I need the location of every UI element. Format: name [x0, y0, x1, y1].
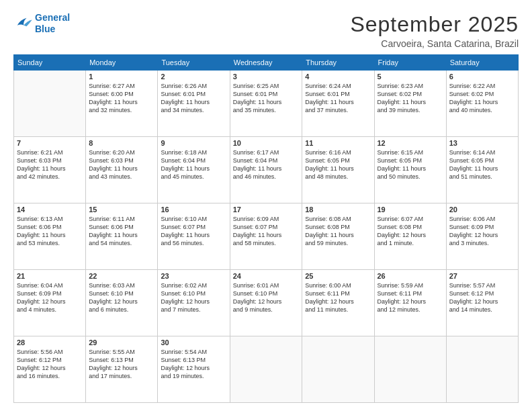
calendar-cell: 2Sunrise: 6:26 AM Sunset: 6:01 PM Daylig…	[158, 71, 230, 137]
calendar-cell: 24Sunrise: 6:01 AM Sunset: 6:10 PM Dayli…	[230, 270, 302, 336]
day-info: Sunrise: 6:14 AM Sunset: 6:05 PM Dayligh…	[449, 148, 515, 181]
calendar-cell: 21Sunrise: 6:04 AM Sunset: 6:09 PM Dayli…	[14, 270, 86, 336]
day-info: Sunrise: 5:57 AM Sunset: 6:12 PM Dayligh…	[449, 281, 515, 314]
calendar-cell: 13Sunrise: 6:14 AM Sunset: 6:05 PM Dayli…	[446, 137, 518, 203]
calendar-cell	[446, 336, 518, 403]
day-info: Sunrise: 5:59 AM Sunset: 6:11 PM Dayligh…	[378, 281, 443, 314]
calendar-cell: 6Sunrise: 6:22 AM Sunset: 6:02 PM Daylig…	[446, 71, 518, 137]
calendar-cell: 14Sunrise: 6:13 AM Sunset: 6:06 PM Dayli…	[14, 203, 86, 270]
calendar-cell: 17Sunrise: 6:09 AM Sunset: 6:07 PM Dayli…	[230, 203, 302, 270]
calendar-cell: 11Sunrise: 6:16 AM Sunset: 6:05 PM Dayli…	[302, 137, 374, 203]
calendar-cell	[374, 336, 446, 403]
day-info: Sunrise: 6:08 AM Sunset: 6:08 PM Dayligh…	[305, 215, 371, 248]
page: General Blue September 2025 Carvoeira, S…	[0, 0, 532, 411]
calendar-cell: 16Sunrise: 6:10 AM Sunset: 6:07 PM Dayli…	[158, 203, 230, 270]
day-info: Sunrise: 6:25 AM Sunset: 6:01 PM Dayligh…	[233, 82, 299, 115]
day-info: Sunrise: 6:13 AM Sunset: 6:06 PM Dayligh…	[17, 215, 83, 248]
day-info: Sunrise: 6:01 AM Sunset: 6:10 PM Dayligh…	[233, 281, 299, 314]
day-number: 11	[305, 139, 371, 147]
logo: General Blue	[13, 12, 70, 35]
calendar-cell: 27Sunrise: 5:57 AM Sunset: 6:12 PM Dayli…	[446, 270, 518, 336]
day-info: Sunrise: 6:21 AM Sunset: 6:03 PM Dayligh…	[17, 148, 83, 181]
calendar-header-row: Sunday Monday Tuesday Wednesday Thursday…	[14, 55, 519, 71]
day-number: 13	[449, 139, 515, 147]
day-number: 25	[305, 272, 371, 280]
day-number: 24	[233, 272, 299, 280]
day-number: 19	[378, 205, 443, 214]
calendar-cell: 26Sunrise: 5:59 AM Sunset: 6:11 PM Dayli…	[374, 270, 446, 336]
day-number: 10	[233, 139, 299, 147]
calendar-cell: 8Sunrise: 6:20 AM Sunset: 6:03 PM Daylig…	[86, 137, 158, 203]
calendar-week-row-2: 7Sunrise: 6:21 AM Sunset: 6:03 PM Daylig…	[14, 137, 519, 203]
calendar-cell: 7Sunrise: 6:21 AM Sunset: 6:03 PM Daylig…	[14, 137, 86, 203]
header-wednesday: Wednesday	[230, 55, 302, 71]
day-number: 23	[161, 272, 226, 280]
day-number: 7	[17, 139, 83, 147]
day-number: 27	[449, 272, 515, 280]
day-number: 5	[378, 73, 443, 81]
calendar-cell: 25Sunrise: 6:00 AM Sunset: 6:11 PM Dayli…	[302, 270, 374, 336]
header-tuesday: Tuesday	[158, 55, 230, 71]
calendar-cell: 30Sunrise: 5:54 AM Sunset: 6:13 PM Dayli…	[158, 336, 230, 403]
calendar-cell: 12Sunrise: 6:15 AM Sunset: 6:05 PM Dayli…	[374, 137, 446, 203]
day-info: Sunrise: 5:56 AM Sunset: 6:12 PM Dayligh…	[17, 348, 83, 381]
calendar-cell: 5Sunrise: 6:23 AM Sunset: 6:02 PM Daylig…	[374, 71, 446, 137]
day-info: Sunrise: 5:55 AM Sunset: 6:13 PM Dayligh…	[89, 348, 154, 381]
month-title: September 2025	[350, 12, 519, 37]
calendar-cell: 3Sunrise: 6:25 AM Sunset: 6:01 PM Daylig…	[230, 71, 302, 137]
day-number: 4	[305, 73, 371, 81]
day-info: Sunrise: 6:23 AM Sunset: 6:02 PM Dayligh…	[378, 82, 443, 115]
title-block: September 2025 Carvoeira, Santa Catarina…	[350, 12, 519, 49]
calendar-week-row-4: 21Sunrise: 6:04 AM Sunset: 6:09 PM Dayli…	[14, 270, 519, 336]
calendar-cell: 18Sunrise: 6:08 AM Sunset: 6:08 PM Dayli…	[302, 203, 374, 270]
day-info: Sunrise: 6:11 AM Sunset: 6:06 PM Dayligh…	[89, 215, 154, 248]
day-number: 12	[378, 139, 443, 147]
day-number: 15	[89, 205, 154, 214]
calendar-week-row-3: 14Sunrise: 6:13 AM Sunset: 6:06 PM Dayli…	[14, 203, 519, 270]
day-number: 26	[378, 272, 443, 280]
day-number: 20	[449, 205, 515, 214]
day-info: Sunrise: 6:06 AM Sunset: 6:09 PM Dayligh…	[449, 215, 515, 248]
calendar-cell: 29Sunrise: 5:55 AM Sunset: 6:13 PM Dayli…	[86, 336, 158, 403]
logo-text: General Blue	[35, 12, 70, 35]
day-info: Sunrise: 6:17 AM Sunset: 6:04 PM Dayligh…	[233, 148, 299, 181]
day-number: 17	[233, 205, 299, 214]
day-info: Sunrise: 6:07 AM Sunset: 6:08 PM Dayligh…	[378, 215, 443, 248]
calendar-cell: 9Sunrise: 6:18 AM Sunset: 6:04 PM Daylig…	[158, 137, 230, 203]
header-friday: Friday	[374, 55, 446, 71]
header-sunday: Sunday	[14, 55, 86, 71]
day-info: Sunrise: 6:16 AM Sunset: 6:05 PM Dayligh…	[305, 148, 371, 181]
day-number: 28	[17, 338, 83, 347]
location-subtitle: Carvoeira, Santa Catarina, Brazil	[350, 38, 519, 49]
day-info: Sunrise: 6:26 AM Sunset: 6:01 PM Dayligh…	[161, 82, 226, 115]
day-info: Sunrise: 6:02 AM Sunset: 6:10 PM Dayligh…	[161, 281, 226, 314]
day-info: Sunrise: 6:27 AM Sunset: 6:00 PM Dayligh…	[89, 82, 154, 115]
day-info: Sunrise: 6:04 AM Sunset: 6:09 PM Dayligh…	[17, 281, 83, 314]
day-info: Sunrise: 6:20 AM Sunset: 6:03 PM Dayligh…	[89, 148, 154, 181]
day-number: 29	[89, 338, 154, 347]
day-info: Sunrise: 6:24 AM Sunset: 6:01 PM Dayligh…	[305, 82, 371, 115]
day-info: Sunrise: 6:15 AM Sunset: 6:05 PM Dayligh…	[378, 148, 443, 181]
day-info: Sunrise: 6:09 AM Sunset: 6:07 PM Dayligh…	[233, 215, 299, 248]
header-monday: Monday	[86, 55, 158, 71]
day-info: Sunrise: 6:00 AM Sunset: 6:11 PM Dayligh…	[305, 281, 371, 314]
day-number: 8	[89, 139, 154, 147]
calendar-cell	[14, 71, 86, 137]
calendar-cell	[302, 336, 374, 403]
day-info: Sunrise: 6:18 AM Sunset: 6:04 PM Dayligh…	[161, 148, 226, 181]
day-number: 30	[161, 338, 226, 347]
calendar-cell: 23Sunrise: 6:02 AM Sunset: 6:10 PM Dayli…	[158, 270, 230, 336]
day-number: 21	[17, 272, 83, 280]
calendar-cell: 1Sunrise: 6:27 AM Sunset: 6:00 PM Daylig…	[86, 71, 158, 137]
header: General Blue September 2025 Carvoeira, S…	[13, 12, 519, 49]
calendar-cell: 28Sunrise: 5:56 AM Sunset: 6:12 PM Dayli…	[14, 336, 86, 403]
calendar-cell: 15Sunrise: 6:11 AM Sunset: 6:06 PM Dayli…	[86, 203, 158, 270]
calendar-week-row-1: 1Sunrise: 6:27 AM Sunset: 6:00 PM Daylig…	[14, 71, 519, 137]
calendar-cell: 19Sunrise: 6:07 AM Sunset: 6:08 PM Dayli…	[374, 203, 446, 270]
calendar-cell: 20Sunrise: 6:06 AM Sunset: 6:09 PM Dayli…	[446, 203, 518, 270]
day-number: 9	[161, 139, 226, 147]
day-number: 6	[449, 73, 515, 81]
day-info: Sunrise: 5:54 AM Sunset: 6:13 PM Dayligh…	[161, 348, 226, 381]
header-saturday: Saturday	[446, 55, 518, 71]
calendar-cell: 22Sunrise: 6:03 AM Sunset: 6:10 PM Dayli…	[86, 270, 158, 336]
